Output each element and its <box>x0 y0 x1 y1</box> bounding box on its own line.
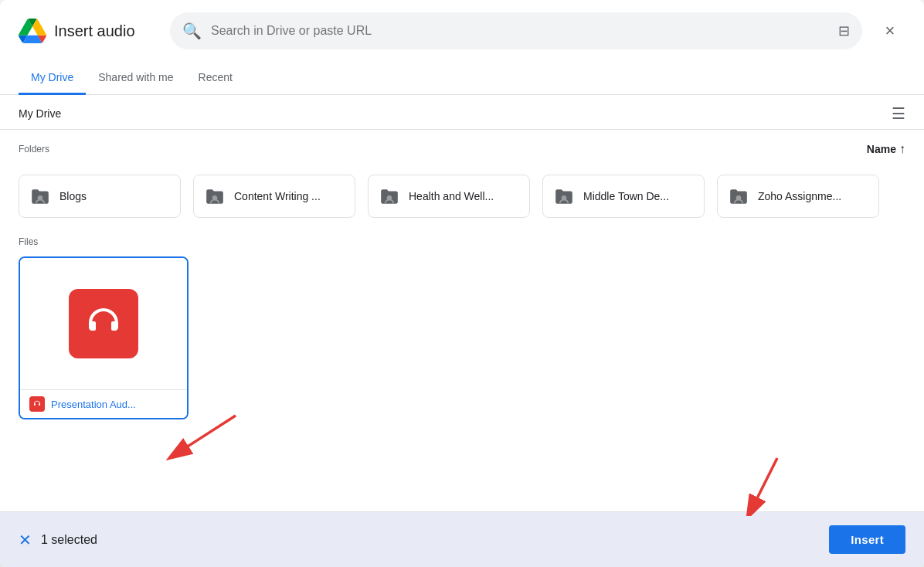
close-button[interactable]: × <box>875 15 905 46</box>
folder-shared-icon <box>30 188 50 205</box>
folder-item[interactable]: Blogs <box>19 175 181 218</box>
filter-icon[interactable]: ⊟ <box>838 22 850 39</box>
audio-file-icon-small <box>29 396 45 412</box>
deselect-button[interactable]: ✕ <box>19 531 32 549</box>
folder-name: Middle Town De... <box>583 190 669 202</box>
search-icon: 🔍 <box>182 22 202 40</box>
folder-shared-icon <box>729 188 749 205</box>
tab-shared-with-me[interactable]: Shared with me <box>86 62 185 95</box>
tab-recent[interactable]: Recent <box>186 62 245 95</box>
folders-header: Folders Name ↑ <box>19 142 905 165</box>
google-drive-logo <box>19 17 46 45</box>
file-item[interactable]: Presentation Aud... <box>19 256 189 419</box>
selected-count: 1 selected <box>41 533 97 547</box>
folders-label: Folders <box>19 144 49 154</box>
folder-shared-icon <box>379 188 399 205</box>
folder-shared-icon <box>554 188 574 205</box>
folder-name: Blogs <box>59 190 87 202</box>
search-bar: 🔍 ⊟ <box>170 12 862 49</box>
folder-name: Health and Well... <box>409 190 494 202</box>
folder-name: Content Writing ... <box>234 190 321 202</box>
breadcrumb: My Drive <box>19 107 61 120</box>
files-grid: Presentation Aud... <box>19 256 905 419</box>
insert-audio-dialog: Insert audio 🔍 ⊟ × My Drive Shared with … <box>0 0 924 567</box>
dialog-title: Insert audio <box>54 22 135 40</box>
search-input[interactable] <box>211 24 829 38</box>
folders-grid: Blogs Content Writing ... Health and Wel <box>19 175 905 218</box>
tabs-bar: My Drive Shared with me Recent <box>0 62 924 95</box>
files-label: Files <box>19 236 905 247</box>
list-view-icon[interactable]: ☰ <box>892 104 905 123</box>
folder-shared-icon <box>205 188 225 205</box>
headphone-small-icon <box>32 399 42 409</box>
dialog-footer: ✕ 1 selected Insert <box>0 511 924 567</box>
audio-file-icon-large <box>69 289 138 358</box>
folder-item[interactable]: Middle Town De... <box>542 175 705 218</box>
sort-label[interactable]: Name <box>867 143 896 155</box>
selected-info: ✕ 1 selected <box>19 531 97 549</box>
breadcrumb-bar: My Drive ☰ <box>0 95 924 130</box>
folder-item[interactable]: Content Writing ... <box>193 175 355 218</box>
file-info: Presentation Aud... <box>20 389 187 418</box>
folder-item[interactable]: Zoho Assignme... <box>717 175 879 218</box>
tab-my-drive[interactable]: My Drive <box>19 62 86 95</box>
folder-name: Zoho Assignme... <box>758 190 841 202</box>
folder-item[interactable]: Health and Well... <box>368 175 530 218</box>
insert-button[interactable]: Insert <box>829 525 905 554</box>
sort-arrow: ↑ <box>899 142 905 156</box>
dialog-header: Insert audio 🔍 ⊟ × <box>0 0 924 62</box>
content-area: Folders Name ↑ Blogs <box>0 130 924 511</box>
logo-area: Insert audio <box>19 17 158 45</box>
headphone-icon <box>82 302 125 345</box>
file-name: Presentation Aud... <box>51 399 136 410</box>
sort-controls: Name ↑ <box>867 142 905 156</box>
file-thumbnail <box>20 258 187 389</box>
